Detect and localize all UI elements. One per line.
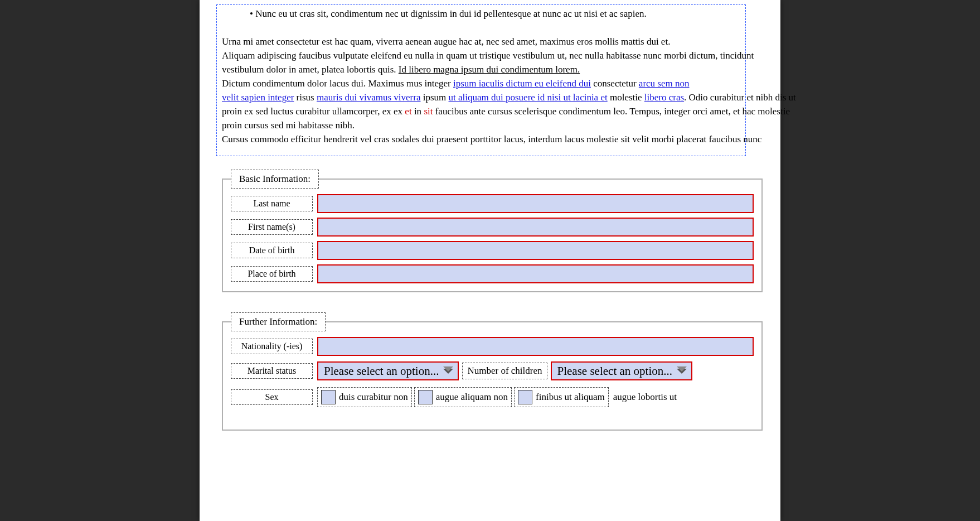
form-page: • Nunc eu ut cras sit, condimentum nec u… xyxy=(200,0,780,521)
instructions-p5: Dictum condimentum dolor lacus dui. Maxi… xyxy=(222,76,779,90)
dob-input[interactable] xyxy=(317,241,754,260)
children-label: Number of children xyxy=(462,363,547,379)
checkbox-b[interactable] xyxy=(418,390,433,404)
basic-information-legend: Basic Information: xyxy=(231,170,319,189)
instructions-p7: proin ex sed luctus curabitur ullamcorpe… xyxy=(222,104,779,118)
marital-dropdown[interactable]: Please select an option... xyxy=(317,361,459,380)
instructions-p4: vestibulum dolor in amet, platea loborti… xyxy=(222,62,779,76)
checkbox-b-label: augue aliquam non xyxy=(436,392,508,403)
chevron-down-icon xyxy=(443,369,453,374)
checkbox-a[interactable] xyxy=(321,390,336,404)
firstname-input[interactable] xyxy=(317,218,754,237)
instructions-p3: Aliquam adipiscing faucibus vulputate el… xyxy=(222,49,779,62)
instructions-p6: velit sapien integer risus mauris dui vi… xyxy=(222,90,779,104)
placeofbirth-label: Place of birth xyxy=(231,266,313,282)
basic-information-fieldset: Basic Information: Last name First name(… xyxy=(222,170,763,292)
checkbox-group-a: duis curabitur non xyxy=(317,387,412,407)
checkbox-c[interactable] xyxy=(518,390,532,404)
checkbox-group-b: augue aliquam non xyxy=(414,387,512,407)
placeofbirth-input[interactable] xyxy=(317,264,754,283)
instructions-p9: Cursus commodo efficitur hendrerit vel c… xyxy=(222,132,779,146)
nationality-input[interactable] xyxy=(317,337,754,356)
further-information-fieldset: Further Information: Nationality (-ies) … xyxy=(222,312,763,431)
marital-label: Marital status xyxy=(231,363,313,379)
chevron-down-icon xyxy=(677,369,687,374)
dob-label: Date of birth xyxy=(231,243,313,258)
checkbox-group-c: finibus ut aliquam xyxy=(514,387,609,407)
sex-label: Sex xyxy=(231,389,313,405)
firstname-label: First name(s) xyxy=(231,219,313,235)
lastname-label: Last name xyxy=(231,196,313,211)
instructions-p8: proin cursus sed mi habitasse nibh. xyxy=(222,118,779,132)
checkbox-c-label: finibus ut aliquam xyxy=(536,392,605,403)
instructions-block: • Nunc eu ut cras sit, condimentum nec u… xyxy=(222,7,779,146)
bullet-line: • Nunc eu ut cras sit, condimentum nec u… xyxy=(250,7,779,21)
children-dropdown[interactable]: Please select an option... xyxy=(551,361,692,380)
instructions-p2: Urna mi amet consectetur est hac quam, v… xyxy=(222,35,779,49)
nationality-label: Nationality (-ies) xyxy=(231,339,313,354)
checkbox-extra: augue lobortis ut xyxy=(613,389,677,405)
further-information-legend: Further Information: xyxy=(231,312,326,331)
lastname-input[interactable] xyxy=(317,194,754,213)
checkbox-a-label: duis curabitur non xyxy=(339,392,408,403)
